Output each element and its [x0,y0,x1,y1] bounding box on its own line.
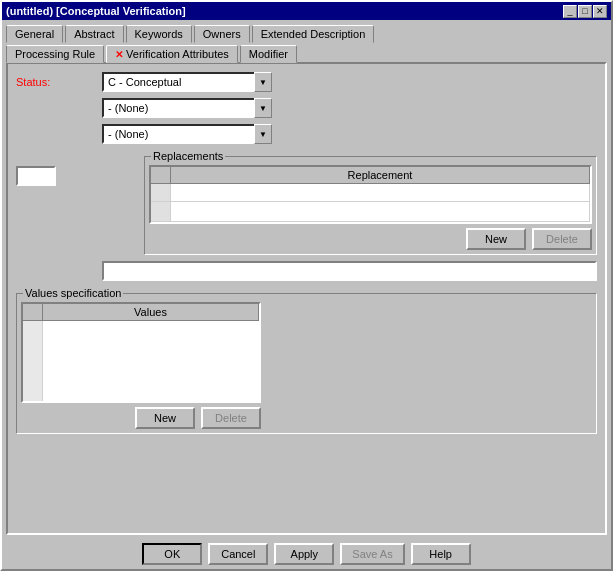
values-index-header [23,304,43,320]
tab-verification-attributes[interactable]: ✕ Verification Attributes [106,45,238,63]
values-table-header: Values [23,304,259,321]
format-select[interactable]: - (None) [102,98,272,118]
values-content-col [43,321,259,401]
type-select-wrapper: - (None) ▼ [102,124,272,144]
save-as-button[interactable]: Save As [340,543,404,565]
tab-keywords[interactable]: Keywords [126,25,192,43]
message-nr-input[interactable] [16,166,56,186]
tab-processing-rule[interactable]: Processing Rule [6,45,104,63]
replacements-main-header: Replacement [171,167,590,183]
message-nr-section: Message nr: [16,150,136,186]
tab-row-2: Processing Rule ✕ Verification Attribute… [2,44,611,62]
values-index-col [23,321,43,401]
status-row: Status: C - Conceptual ▼ [16,72,597,92]
replacements-row-1[interactable] [151,184,590,202]
status-select[interactable]: C - Conceptual [102,72,272,92]
values-table: Values [21,302,261,403]
message-nr-label: Message nr: [16,150,96,162]
window-title: (untitled) [Conceptual Verification] [6,5,186,17]
message-nr-input-wrapper [16,166,136,186]
replacements-new-button[interactable]: New [466,228,526,250]
format-row: Format: - (None) ▼ [16,98,597,118]
tab-extended-description[interactable]: Extended Description [252,25,375,43]
replacements-btn-row: New Delete [149,228,592,250]
apply-button[interactable]: Apply [274,543,334,565]
replacements-group: Replacements Replacement [144,156,597,255]
content-area: Status: C - Conceptual ▼ Format: - (None… [6,62,607,535]
values-legend: Values specification [23,287,123,299]
cancel-button[interactable]: Cancel [208,543,268,565]
help-button[interactable]: Help [411,543,471,565]
tab-abstract[interactable]: Abstract [65,25,123,43]
type-label: Type: [16,128,96,140]
ok-button[interactable]: OK [142,543,202,565]
status-label: Status: [16,76,96,88]
message-nr-row: Message nr: [16,150,136,162]
status-select-wrapper: C - Conceptual ▼ [102,72,272,92]
values-table-body [23,321,259,401]
message-text-label: Message text: [16,265,96,277]
tab-modifier[interactable]: Modifier [240,45,297,63]
values-group: Values specification Values New Delete [16,293,597,434]
type-row: Type: - (None) ▼ [16,124,597,144]
tab-owners[interactable]: Owners [194,25,250,43]
replacements-delete-button[interactable]: Delete [532,228,592,250]
tab-row-1: General Abstract Keywords Owners Extende… [2,20,611,42]
replacements-table-header: Replacement [151,167,590,184]
tab-general[interactable]: General [6,25,63,43]
format-label: Format: [16,102,96,114]
close-button[interactable]: ✕ [593,5,607,18]
replacements-legend: Replacements [151,150,225,162]
main-window: (untitled) [Conceptual Verification] _ □… [0,0,613,571]
values-new-button[interactable]: New [135,407,195,429]
replacements-index-header [151,167,171,183]
message-text-row: Message text: [16,261,597,281]
values-delete-button[interactable]: Delete [201,407,261,429]
replacements-value-cell [171,184,590,201]
format-select-wrapper: - (None) ▼ [102,98,272,118]
msg-replacements-row: Message nr: Replacements Replacement [16,150,597,255]
replacements-table: Replacement [149,165,592,224]
values-btn-row: New Delete [21,407,261,429]
replacements-index-cell [151,184,171,201]
values-main-header: Values [43,304,259,320]
type-select[interactable]: - (None) [102,124,272,144]
replacements-value-cell-2 [171,202,590,221]
replacements-row-2[interactable] [151,202,590,222]
tab-x-icon: ✕ [115,49,123,60]
title-controls: _ □ ✕ [563,5,607,18]
maximize-button[interactable]: □ [578,5,592,18]
minimize-button[interactable]: _ [563,5,577,18]
title-bar: (untitled) [Conceptual Verification] _ □… [2,2,611,20]
replacements-index-cell-2 [151,202,171,221]
bottom-buttons: OK Cancel Apply Save As Help [2,539,611,569]
message-text-input[interactable] [102,261,597,281]
